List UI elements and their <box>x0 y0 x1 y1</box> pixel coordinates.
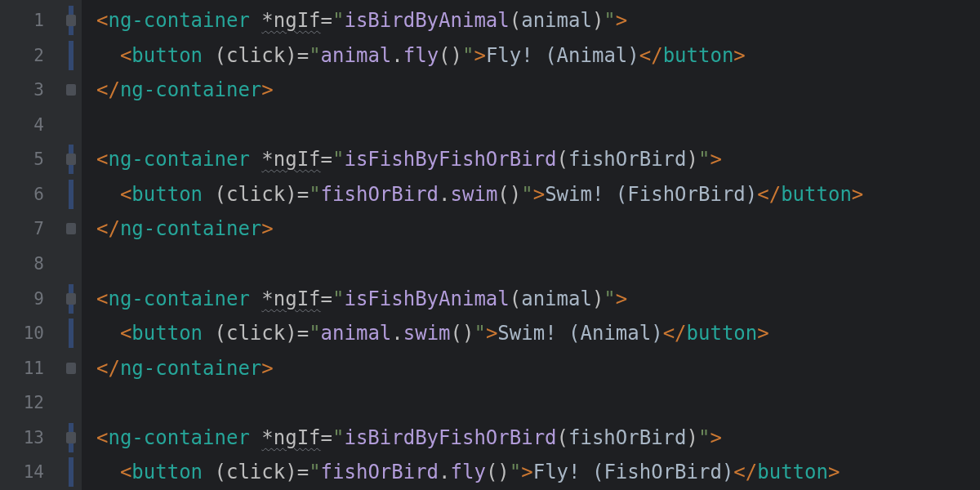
fold-toggle-icon[interactable] <box>66 154 76 165</box>
line-number[interactable]: 6 <box>0 177 64 212</box>
line-number[interactable]: 3 <box>0 73 64 108</box>
line-number[interactable]: 1 <box>0 3 64 38</box>
fold-toggle-icon[interactable] <box>66 432 76 443</box>
line-number[interactable]: 13 <box>0 421 64 456</box>
fold-column <box>64 0 82 490</box>
diff-marker <box>69 318 74 348</box>
line-number[interactable]: 14 <box>0 455 64 490</box>
code-line[interactable]: <ng-container *ngIf="isFishByAnimal(anim… <box>82 282 980 317</box>
code-line[interactable]: <ng-container *ngIf="isBirdByAnimal(anim… <box>82 3 980 38</box>
code-line[interactable]: </ng-container> <box>82 212 980 247</box>
fold-toggle-icon[interactable] <box>66 293 76 305</box>
code-editor: 1 2 3 4 5 6 7 8 9 10 11 12 13 14 <ng-con… <box>0 0 980 490</box>
diff-marker <box>69 41 74 70</box>
fold-toggle-icon[interactable] <box>66 84 76 96</box>
code-line[interactable]: <ng-container *ngIf="isBirdByFishOrBird(… <box>82 421 980 456</box>
line-number[interactable]: 2 <box>0 38 64 74</box>
gutter: 1 2 3 4 5 6 7 8 9 10 11 12 13 14 <box>0 0 64 490</box>
line-number[interactable]: 9 <box>0 282 64 317</box>
line-number[interactable]: 12 <box>0 385 64 421</box>
diff-marker <box>69 457 74 487</box>
diff-marker <box>69 180 74 209</box>
code-line[interactable]: </ng-container> <box>82 351 980 386</box>
line-number[interactable]: 11 <box>0 351 64 386</box>
code-line[interactable]: </ng-container> <box>82 73 980 108</box>
code-line[interactable]: <button (click)="animal.swim()">Swim! (A… <box>82 316 980 351</box>
code-line[interactable]: <button (click)="fishOrBird.swim()">Swim… <box>82 177 980 212</box>
line-number[interactable]: 5 <box>0 142 64 177</box>
line-number[interactable]: 8 <box>0 247 64 282</box>
line-number[interactable]: 7 <box>0 212 64 247</box>
line-number[interactable]: 10 <box>0 316 64 351</box>
code-area[interactable]: <ng-container *ngIf="isBirdByAnimal(anim… <box>82 0 980 490</box>
code-line[interactable]: <button (click)="fishOrBird.fly()">Fly! … <box>82 455 980 490</box>
code-line[interactable] <box>82 108 980 143</box>
fold-toggle-icon[interactable] <box>66 363 76 374</box>
code-line[interactable] <box>82 247 980 282</box>
fold-toggle-icon[interactable] <box>66 15 76 26</box>
code-line[interactable]: <button (click)="animal.fly()">Fly! (Ani… <box>82 38 980 74</box>
fold-toggle-icon[interactable] <box>66 223 76 234</box>
code-line[interactable] <box>82 385 980 421</box>
code-line[interactable]: <ng-container *ngIf="isFishByFishOrBird(… <box>82 142 980 177</box>
line-number[interactable]: 4 <box>0 108 64 143</box>
